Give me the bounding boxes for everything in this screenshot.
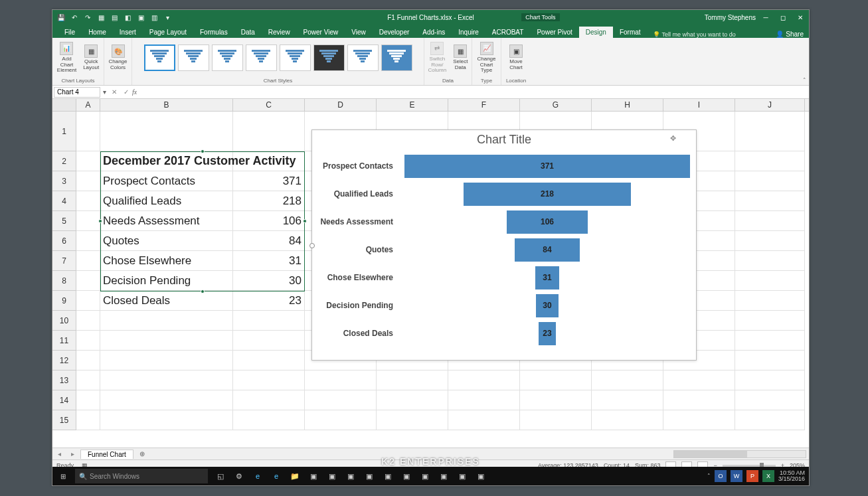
- word-icon[interactable]: W: [731, 470, 742, 482]
- row-header[interactable]: 1: [52, 112, 76, 151]
- formula-input[interactable]: [141, 87, 809, 98]
- tab-formulas[interactable]: Formulas: [193, 27, 234, 38]
- qat-icon[interactable]: ▣: [136, 13, 145, 22]
- cell[interactable]: [76, 171, 100, 191]
- task-view-icon[interactable]: ◱: [213, 469, 228, 483]
- selection-handle[interactable]: [98, 219, 102, 223]
- cell[interactable]: [233, 351, 305, 371]
- row-header[interactable]: 7: [52, 251, 76, 271]
- start-button[interactable]: ⊞: [52, 467, 74, 485]
- row-header[interactable]: 2: [52, 151, 76, 171]
- tab-nav-prev-icon[interactable]: ◂: [58, 450, 61, 457]
- maximize-button[interactable]: ◻: [774, 10, 792, 25]
- app-icon[interactable]: ▣: [343, 469, 358, 483]
- cell[interactable]: [448, 390, 520, 410]
- column-header[interactable]: C: [233, 99, 305, 111]
- row-header[interactable]: 5: [52, 211, 76, 231]
- row-header[interactable]: 3: [52, 171, 76, 191]
- cell[interactable]: [76, 410, 100, 430]
- taskbar-clock[interactable]: 10:50 AM 3/15/2016: [778, 470, 805, 482]
- cell[interactable]: [100, 371, 233, 390]
- add-chart-element-button[interactable]: 📊Add Chart Element: [54, 41, 79, 75]
- cell[interactable]: [735, 151, 805, 171]
- cell[interactable]: 371: [233, 171, 305, 191]
- qat-icon[interactable]: ▦: [96, 13, 106, 22]
- cell[interactable]: [735, 112, 805, 151]
- scrollbar-thumb[interactable]: [674, 451, 747, 457]
- tab-insert[interactable]: Insert: [113, 27, 143, 38]
- tab-home[interactable]: Home: [82, 27, 113, 38]
- cell[interactable]: [735, 211, 805, 231]
- chart-style-thumb[interactable]: [178, 44, 209, 71]
- cell[interactable]: [735, 351, 805, 371]
- cell[interactable]: [305, 371, 377, 390]
- chart-style-thumb[interactable]: [144, 44, 175, 71]
- cell[interactable]: [100, 351, 233, 371]
- cell[interactable]: [233, 371, 305, 390]
- app-icon[interactable]: ▣: [418, 469, 432, 483]
- column-header[interactable]: B: [100, 99, 233, 111]
- name-box-dropdown-icon[interactable]: ▾: [100, 88, 108, 96]
- row-header[interactable]: 12: [52, 351, 76, 371]
- cell[interactable]: [735, 331, 805, 351]
- cell[interactable]: [735, 311, 805, 331]
- tab-format[interactable]: Format: [613, 27, 648, 38]
- cell[interactable]: [100, 331, 233, 351]
- app-icon[interactable]: ▣: [381, 469, 395, 483]
- cell[interactable]: [76, 211, 100, 231]
- funnel-bar[interactable]: 371: [404, 155, 690, 178]
- app-icon[interactable]: ▣: [436, 469, 451, 483]
- cell[interactable]: Decision Pending: [100, 271, 233, 291]
- settings-icon[interactable]: ⚙: [232, 469, 246, 483]
- close-button[interactable]: ✕: [792, 10, 809, 25]
- cell[interactable]: [233, 311, 305, 331]
- cell[interactable]: [735, 171, 805, 191]
- add-sheet-button[interactable]: ⊕: [136, 450, 148, 457]
- cell[interactable]: [592, 390, 663, 410]
- app-icon[interactable]: ▣: [474, 469, 488, 483]
- cell[interactable]: [76, 390, 100, 410]
- cell[interactable]: [448, 371, 520, 390]
- cell[interactable]: [735, 251, 805, 271]
- fx-icon[interactable]: fx: [132, 88, 141, 96]
- row-header[interactable]: 11: [52, 331, 76, 351]
- cell[interactable]: Quotes: [100, 231, 233, 251]
- row-header[interactable]: 14: [52, 390, 76, 410]
- cell[interactable]: [233, 151, 305, 171]
- cell[interactable]: [735, 271, 805, 291]
- app-icon[interactable]: ▣: [362, 469, 377, 483]
- column-header[interactable]: J: [735, 99, 805, 111]
- tab-developer[interactable]: Developer: [373, 27, 416, 38]
- selection-handle[interactable]: [201, 149, 205, 153]
- funnel-chart[interactable]: Chart Title ✥ Prospect Contacts 371Quali…: [311, 129, 697, 361]
- column-header[interactable]: H: [592, 99, 663, 111]
- chart-title[interactable]: Chart Title: [312, 130, 696, 152]
- tab-design[interactable]: Design: [579, 27, 613, 38]
- cell[interactable]: [100, 390, 233, 410]
- cell[interactable]: [76, 112, 100, 151]
- enter-formula-icon[interactable]: ✓: [120, 88, 132, 96]
- cell[interactable]: [520, 390, 592, 410]
- cell[interactable]: [735, 231, 805, 251]
- cell[interactable]: [76, 151, 100, 171]
- cell[interactable]: [76, 271, 100, 291]
- cell[interactable]: [377, 390, 448, 410]
- selection-handle[interactable]: [201, 289, 205, 293]
- cell[interactable]: [76, 231, 100, 251]
- chart-styles-gallery[interactable]: [143, 39, 413, 76]
- minimize-button[interactable]: ─: [757, 10, 774, 25]
- cell[interactable]: [233, 410, 305, 430]
- cell[interactable]: [448, 410, 520, 430]
- cell[interactable]: [76, 331, 100, 351]
- excel-icon[interactable]: X: [762, 470, 774, 482]
- collapse-ribbon-icon[interactable]: ˄: [803, 77, 806, 84]
- tray-icon[interactable]: ˄: [707, 473, 711, 479]
- cell[interactable]: [233, 112, 305, 151]
- cell[interactable]: [377, 410, 448, 430]
- chart-style-thumb[interactable]: [381, 44, 412, 71]
- cell[interactable]: Prospect Contacts: [100, 171, 233, 191]
- row-header[interactable]: 6: [52, 231, 76, 251]
- cell[interactable]: 31: [233, 251, 305, 271]
- edge-icon[interactable]: e: [250, 469, 265, 483]
- share-button[interactable]: 👤 Share: [776, 31, 804, 38]
